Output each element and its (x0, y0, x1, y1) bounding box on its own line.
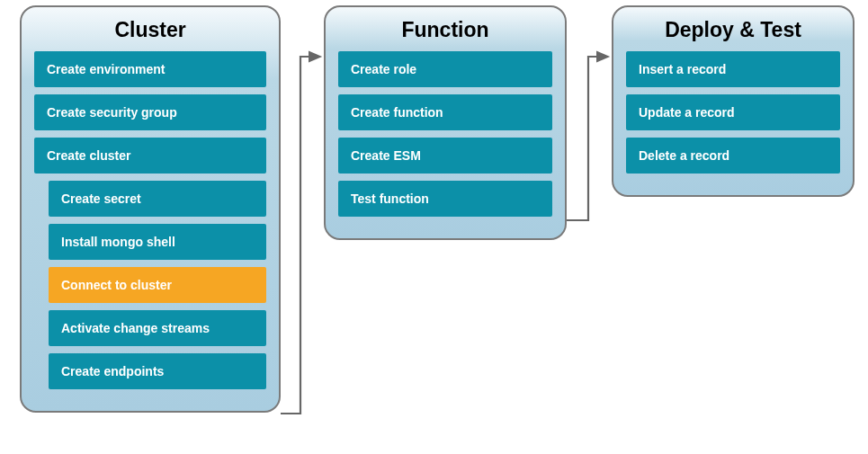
step-create-security-group[interactable]: Create security group (34, 94, 266, 130)
panel-cluster: Cluster Create environment Create securi… (20, 5, 281, 413)
step-create-function[interactable]: Create function (338, 94, 552, 130)
step-insert-record[interactable]: Insert a record (626, 51, 840, 87)
step-create-cluster[interactable]: Create cluster (34, 138, 266, 174)
step-test-function[interactable]: Test function (338, 181, 552, 217)
arrow-function-to-deploy (567, 49, 613, 247)
panel-title-cluster: Cluster (34, 18, 266, 42)
panel-title-deploy: Deploy & Test (626, 18, 840, 42)
step-install-mongo-shell[interactable]: Install mongo shell (49, 224, 266, 260)
step-create-endpoints[interactable]: Create endpoints (49, 353, 266, 389)
step-connect-to-cluster[interactable]: Connect to cluster (49, 267, 266, 303)
step-create-environment[interactable]: Create environment (34, 51, 266, 87)
step-update-record[interactable]: Update a record (626, 94, 840, 130)
panel-title-function: Function (338, 18, 552, 42)
panel-deploy-test: Deploy & Test Insert a record Update a r… (612, 5, 855, 197)
step-delete-record[interactable]: Delete a record (626, 138, 840, 174)
panel-function: Function Create role Create function Cre… (324, 5, 567, 240)
step-create-role[interactable]: Create role (338, 51, 552, 87)
step-activate-change-streams[interactable]: Activate change streams (49, 310, 266, 346)
arrow-cluster-to-function (281, 49, 326, 427)
step-create-esm[interactable]: Create ESM (338, 138, 552, 174)
step-create-secret[interactable]: Create secret (49, 181, 266, 217)
